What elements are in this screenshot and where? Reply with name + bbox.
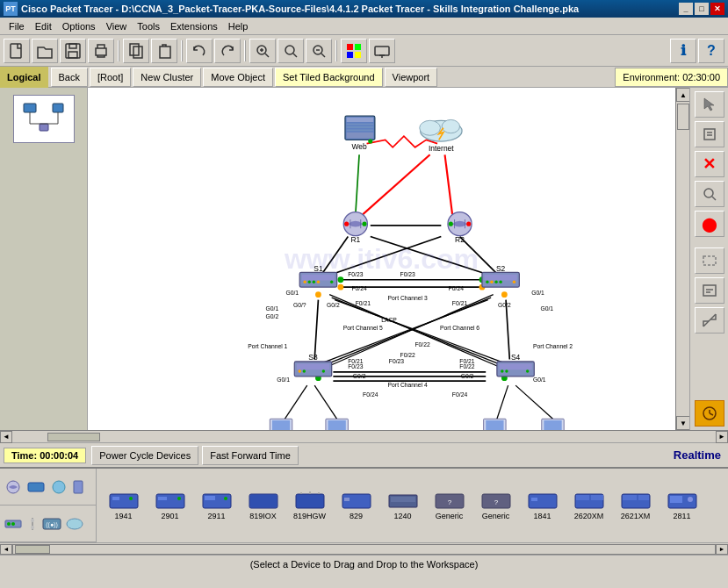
svg-line-52 xyxy=(285,385,306,419)
delete-tool[interactable]: ✕ xyxy=(695,151,724,177)
paste-button[interactable] xyxy=(151,39,177,63)
device-2620xm[interactable]: 2620XM xyxy=(569,491,609,520)
svg-rect-19 xyxy=(347,52,353,58)
draw-rect-tool[interactable] xyxy=(695,247,724,274)
add-note-tool[interactable] xyxy=(695,277,724,304)
color-palette-button[interactable] xyxy=(341,39,367,63)
resize-tool[interactable] xyxy=(695,307,724,333)
scroll-left-arrow[interactable]: ◄ xyxy=(0,431,12,443)
maximize-button[interactable]: □ xyxy=(695,3,709,15)
menu-extensions[interactable]: Extensions xyxy=(165,19,223,33)
scroll-down-arrow[interactable]: ▼ xyxy=(676,416,690,430)
new-button[interactable] xyxy=(4,39,30,63)
device-scroll-thumb[interactable] xyxy=(15,545,50,554)
device-status-bar: (Select a Device to Drag and Drop to the… xyxy=(0,555,728,572)
device-1240[interactable]: 1240 xyxy=(383,491,422,520)
viewport-button[interactable]: Viewport xyxy=(385,68,438,87)
draw-oval-tool[interactable]: ⬤ xyxy=(695,211,724,237)
svg-point-58 xyxy=(337,284,343,290)
device-2621xm-label: 2621XM xyxy=(621,512,651,520)
svg-text:F0/24: F0/24 xyxy=(363,391,378,398)
device-829[interactable]: 829 xyxy=(336,491,376,520)
logical-workspace-icon[interactable] xyxy=(13,95,75,143)
menu-options[interactable]: Options xyxy=(57,19,101,33)
menu-view[interactable]: View xyxy=(101,19,133,33)
select-tool[interactable] xyxy=(695,91,724,118)
print-button[interactable] xyxy=(88,39,114,63)
svg-point-78 xyxy=(344,222,349,226)
scroll-thumb[interactable] xyxy=(677,104,689,130)
svg-text:F0/24: F0/24 xyxy=(452,391,468,398)
menu-help[interactable]: Help xyxy=(223,19,254,33)
custom-device-button[interactable] xyxy=(369,39,395,63)
svg-marker-162 xyxy=(704,98,714,111)
horizontal-scrollbar[interactable]: ◄ ► xyxy=(0,430,728,442)
svg-line-47 xyxy=(314,300,318,360)
menu-edit[interactable]: Edit xyxy=(30,19,57,33)
zoom-tool[interactable] xyxy=(695,181,724,207)
device-1941[interactable]: 1941 xyxy=(104,491,143,520)
svg-rect-179 xyxy=(74,481,83,493)
switch-category[interactable]: ((●)) xyxy=(0,506,96,542)
scroll-up-arrow[interactable]: ▲ xyxy=(676,88,690,102)
device-2911-label: 2911 xyxy=(207,512,225,520)
device-scroll-left[interactable]: ◄ xyxy=(0,544,12,555)
device-generic1[interactable]: ? Generic xyxy=(429,491,469,520)
device-list-area: 1941 2901 2911 819IOX 819HGW xyxy=(97,469,728,542)
device-2901[interactable]: 2901 xyxy=(150,491,190,520)
move-object-button[interactable]: Move Object xyxy=(203,68,273,87)
save-button[interactable] xyxy=(60,39,86,63)
device-2621xm[interactable]: 2621XM xyxy=(616,491,655,520)
fast-forward-button[interactable]: Fast Forward Time xyxy=(202,446,299,465)
device-2811[interactable]: 2811 xyxy=(662,491,702,520)
menu-file[interactable]: File xyxy=(4,19,30,33)
canvas-area[interactable]: www.itiv6.com xyxy=(88,88,675,430)
svg-point-103 xyxy=(303,369,306,372)
svg-rect-177 xyxy=(28,483,44,491)
svg-rect-85 xyxy=(302,275,335,281)
device-819iox[interactable]: 819IOX xyxy=(243,491,283,520)
svg-rect-107 xyxy=(499,364,531,370)
svg-point-12 xyxy=(285,46,294,54)
device-1841[interactable]: 1841 xyxy=(523,491,562,520)
undo-button[interactable] xyxy=(186,39,213,63)
device-819hgw[interactable]: 819HGW xyxy=(290,491,329,520)
root-button[interactable]: [Root] xyxy=(90,68,131,87)
svg-point-83 xyxy=(466,222,471,226)
info-button[interactable]: ℹ xyxy=(670,39,696,63)
device-2911[interactable]: 2911 xyxy=(197,491,236,520)
open-button[interactable] xyxy=(32,39,58,63)
svg-point-102 xyxy=(299,369,301,372)
new-cluster-button[interactable]: New Cluster xyxy=(133,68,201,87)
set-tiled-bg-button[interactable]: Set Tiled Background xyxy=(275,68,383,87)
svg-rect-113 xyxy=(272,420,290,430)
device-generic2[interactable]: ? Generic xyxy=(476,491,515,520)
copy-button[interactable] xyxy=(123,39,149,63)
device-819hgw-label: 819HGW xyxy=(293,512,326,520)
zoom-in-button[interactable] xyxy=(249,39,276,63)
menu-tools[interactable]: Tools xyxy=(132,19,165,33)
svg-rect-213 xyxy=(531,498,537,501)
minimize-button[interactable]: _ xyxy=(679,3,693,15)
svg-text:F0/21: F0/21 xyxy=(356,300,371,306)
svg-text:S4: S4 xyxy=(511,353,521,362)
redo-button[interactable] xyxy=(214,39,241,63)
power-cycle-button[interactable]: Power Cycle Devices xyxy=(91,446,198,465)
svg-rect-21 xyxy=(375,47,389,55)
device-scroll-right[interactable]: ► xyxy=(716,544,728,555)
scroll-right-arrow[interactable]: ► xyxy=(716,431,728,443)
zoom-out-button[interactable] xyxy=(306,39,332,63)
vertical-scrollbar[interactable]: ▲ ▼ xyxy=(675,88,689,430)
svg-rect-189 xyxy=(110,494,138,508)
svg-text:S3: S3 xyxy=(308,353,318,362)
device-2901-label: 2901 xyxy=(161,512,178,520)
router-category[interactable] xyxy=(0,469,96,506)
help-button[interactable]: ? xyxy=(698,39,724,63)
close-button[interactable]: ✕ xyxy=(710,3,724,15)
clock-icon[interactable] xyxy=(695,400,724,427)
svg-line-48 xyxy=(506,300,509,360)
zoom-cursor-button[interactable] xyxy=(278,39,304,63)
back-button[interactable]: Back xyxy=(51,68,88,87)
note-tool[interactable] xyxy=(695,121,724,147)
h-scroll-thumb[interactable] xyxy=(47,433,100,441)
